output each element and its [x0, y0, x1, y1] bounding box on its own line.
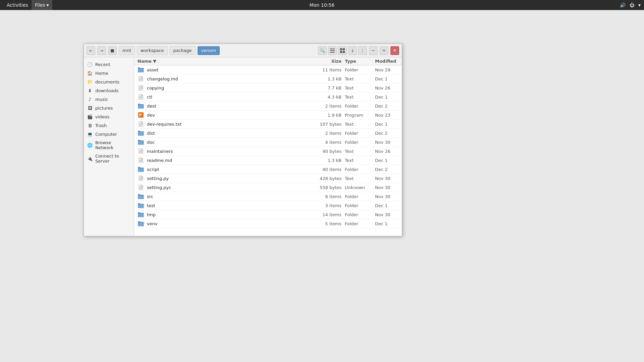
bookmark-button[interactable]: ■ [108, 46, 117, 55]
file-type: Folder [341, 212, 372, 217]
table-row[interactable]: test3 itemsFolderDec 1 [134, 201, 402, 210]
table-row[interactable]: script40 itemsFolderDec 2 [134, 165, 402, 174]
file-name: setting.py [147, 176, 311, 181]
type-column-header[interactable]: Type [341, 59, 372, 64]
list-view-icon [330, 48, 335, 53]
file-type: Folder [341, 194, 372, 199]
folder-icon [138, 66, 144, 73]
power-icon[interactable]: ⏻ [630, 2, 634, 8]
svg-rect-6 [343, 51, 345, 53]
sidebar-item-label: Browse Network [95, 140, 130, 150]
file-icon [138, 157, 144, 164]
sort-button[interactable]: ↓ [348, 46, 357, 55]
file-name: dist [147, 131, 311, 136]
breadcrumb-package[interactable]: package [170, 46, 196, 55]
file-size: 14 items [311, 212, 341, 217]
table-row[interactable]: src8 itemsFolderNov 30 [134, 192, 402, 201]
app-menu-button[interactable]: Files ▾ [32, 0, 52, 10]
file-size: 2 items [311, 104, 341, 109]
back-button[interactable]: ← [87, 46, 95, 55]
search-button[interactable]: 🔍 [318, 46, 327, 55]
table-row[interactable]: maintainers40 bytesTextNov 26 [134, 147, 402, 156]
file-size: 558 bytes [311, 185, 341, 190]
file-name: src [147, 194, 311, 199]
table-row[interactable]: asset11 itemsFolderNov 29 [134, 65, 402, 74]
file-size: 2 items [311, 131, 341, 136]
picture-icon: 🖼 [87, 105, 93, 111]
file-type: Folder [341, 67, 372, 72]
sidebar-item-home[interactable]: 🏠Home [84, 69, 134, 77]
svg-rect-3 [340, 48, 342, 50]
table-row[interactable]: venv5 itemsFolderDec 1 [134, 219, 402, 228]
table-row[interactable]: doc4 itemsFolderNov 30 [134, 138, 402, 147]
breadcrumb-workspace[interactable]: workspace [137, 46, 168, 55]
sidebar-item-documents[interactable]: 📁documents [84, 77, 134, 86]
file-name: setting.pyc [147, 185, 311, 190]
file-size: 107 bytes [311, 122, 341, 127]
file-size: 4 items [311, 140, 341, 145]
size-column-header[interactable]: Size [311, 59, 341, 64]
sidebar-item-label: pictures [95, 106, 113, 111]
minimize-button[interactable]: − [369, 46, 378, 55]
table-row[interactable]: copying7.7 kBTextNov 26 [134, 83, 402, 93]
file-modified: Dec 2 [372, 131, 398, 136]
breadcrumb-venom[interactable]: venom [198, 46, 220, 55]
app-menu-label: Files [35, 2, 45, 8]
sidebar-item-label: Home [95, 71, 108, 76]
sidebar-item-videos[interactable]: 🎬videos [84, 112, 134, 121]
file-modified: Dec 1 [372, 122, 398, 127]
sidebar-item-downloads[interactable]: ⬇downloads [84, 86, 134, 95]
file-modified: Nov 30 [372, 176, 398, 181]
table-row[interactable]: ctl4.3 kBTextDec 1 [134, 93, 402, 102]
table-row[interactable]: dist2 itemsFolderDec 2 [134, 129, 402, 138]
table-row[interactable]: tmp14 itemsFolderNov 30 [134, 210, 402, 219]
table-row[interactable]: setting.pyc558 bytesUnknownNov 30 [134, 183, 402, 192]
table-row[interactable]: setting.py428 bytesTextNov 30 [134, 174, 402, 183]
video-icon: 🎬 [87, 114, 93, 119]
file-type: Text [341, 95, 372, 100]
file-icon [138, 184, 144, 191]
file-name: readme.md [147, 158, 311, 163]
sidebar-item-trash[interactable]: 🗑Trash [84, 121, 134, 130]
file-size: 4.3 kB [311, 95, 341, 100]
activities-button[interactable]: Activities [3, 0, 32, 10]
table-row[interactable]: changelog.md1.3 kBTextDec 1 [134, 74, 402, 83]
sidebar-item-pictures[interactable]: 🖼pictures [84, 104, 134, 112]
sidebar-item-browse-network[interactable]: 🌐Browse Network [84, 138, 134, 152]
app-menu-chevron-icon: ▾ [47, 2, 49, 8]
trash-icon: 🗑 [87, 123, 93, 128]
menu-button[interactable]: ⋮ [358, 46, 367, 55]
forward-button[interactable]: → [97, 46, 106, 55]
settings-icon[interactable]: ▾ [638, 2, 641, 8]
file-type: Text [341, 76, 372, 81]
maximize-button[interactable]: + [380, 46, 388, 55]
file-type: Folder [341, 131, 372, 136]
file-name: asset [147, 67, 311, 72]
name-column-header[interactable]: Name ▼ [138, 59, 311, 64]
svg-rect-0 [330, 49, 335, 49]
file-name: venv [147, 221, 311, 226]
table-row[interactable]: dest2 itemsFolderDec 2 [134, 102, 402, 111]
breadcrumb-mnt[interactable]: mnt [119, 46, 135, 55]
table-row[interactable]: readme.md1.3 kBTextDec 1 [134, 156, 402, 165]
folder-icon [138, 103, 144, 109]
table-row[interactable]: dev-requires.txt107 bytesTextDec 1 [134, 120, 402, 129]
sidebar-item-label: videos [95, 114, 109, 119]
grid-view-icon [340, 48, 345, 53]
sidebar-item-computer[interactable]: 💻Computer [84, 130, 134, 138]
file-icon [138, 148, 144, 155]
sidebar-item-connect-server[interactable]: 🔌Connect to Server [84, 152, 134, 165]
file-name: script [147, 167, 311, 172]
file-type: Folder [341, 203, 372, 208]
briefcase-icon: 📁 [87, 79, 93, 84]
modified-column-header[interactable]: Modified [372, 59, 398, 64]
close-button[interactable]: ✕ [390, 46, 399, 55]
table-row[interactable]: P dev1.9 kBProgramNov 23 [134, 111, 402, 120]
list-view-button[interactable] [328, 46, 337, 55]
sidebar-item-music[interactable]: ♪music [84, 95, 134, 104]
sidebar-item-label: music [95, 97, 108, 102]
file-modified: Nov 29 [372, 67, 398, 72]
sidebar-item-recent[interactable]: 🕐Recent [84, 60, 134, 69]
volume-icon[interactable]: 🔊 [620, 2, 626, 8]
grid-view-button[interactable] [338, 46, 347, 55]
